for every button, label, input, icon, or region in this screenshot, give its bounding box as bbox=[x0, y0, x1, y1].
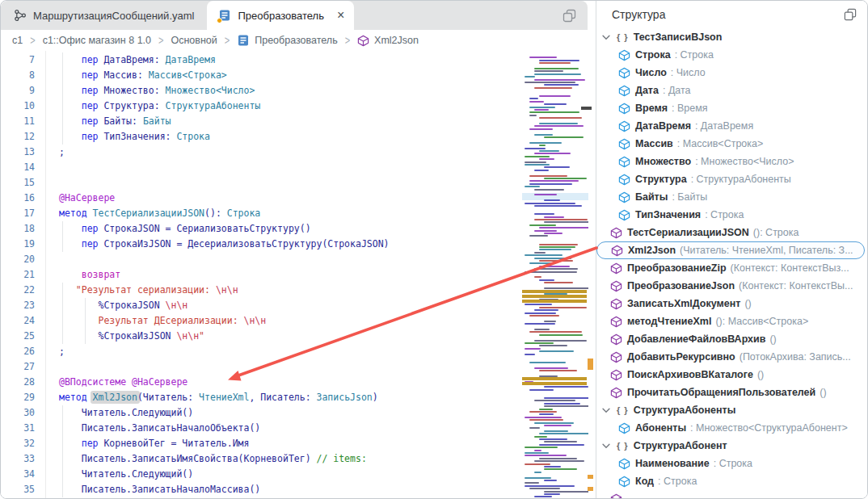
line-number[interactable]: 33 bbox=[1, 451, 35, 467]
code-line[interactable]: 35 Писатель.ЗаписатьНачалоМассива() bbox=[1, 482, 596, 497]
line-number[interactable]: 23 bbox=[1, 298, 35, 313]
line-number[interactable]: 32 bbox=[1, 436, 35, 451]
line-number[interactable]: 21 bbox=[1, 267, 35, 283]
dock-panel-button[interactable] bbox=[844, 8, 857, 21]
code-editor[interactable]: 7 пер ДатаВремя: ДатаВремя8 пер Массив: … bbox=[1, 51, 596, 499]
code-line[interactable]: 29метод Xml2Json(Читатель: ЧтениеXml, Пи… bbox=[1, 390, 596, 405]
code-line[interactable]: 10 пер Структура: СтруктураАбоненты bbox=[1, 99, 596, 114]
code-line[interactable]: 12 пер ТипЗначения: Строка bbox=[1, 129, 596, 145]
overview-ruler-mark[interactable] bbox=[581, 107, 592, 110]
line-number[interactable]: 17 bbox=[1, 206, 35, 221]
tree-item-ТестЗаписиВJson[interactable]: { }ТестЗаписиВJson bbox=[596, 28, 868, 46]
code-line[interactable]: 8 пер Массив: Массив<Строка> bbox=[1, 68, 596, 83]
tree-item-ПоискАрхивовВКаталоге[interactable]: ПоискАрхивовВКаталоге() bbox=[596, 366, 868, 384]
tree-item-ТипЗначения[interactable]: ТипЗначения: Строка bbox=[596, 206, 868, 224]
tree-item-Дата[interactable]: Дата: Дата bbox=[596, 82, 868, 99]
line-number[interactable]: 16 bbox=[1, 191, 35, 206]
code-line[interactable]: 9 пер Множество: Множество<Число> bbox=[1, 83, 596, 99]
tree-item-Число[interactable]: Число: Число bbox=[596, 64, 868, 82]
tree-item-Абоненты[interactable]: Абоненты: Множество<СтруктураАбонент> bbox=[596, 419, 868, 437]
breadcrumb-item[interactable]: Xml2Json bbox=[357, 35, 419, 47]
line-number[interactable]: 31 bbox=[1, 421, 35, 436]
line-number[interactable]: 19 bbox=[1, 237, 35, 252]
tree-item-ПреобразованиеJson[interactable]: ПреобразованиеJson(Контекст: КонтекстВы.… bbox=[596, 277, 868, 295]
overview-ruler-mark[interactable] bbox=[588, 475, 593, 479]
tab-2[interactable]: Преобразователь× bbox=[207, 1, 354, 30]
line-number[interactable]: 14 bbox=[1, 160, 35, 175]
code-line[interactable]: 18 пер СтрокаJSON = СериализоватьСтрукту… bbox=[1, 221, 596, 237]
tree-item-ТестСериализацииJSON[interactable]: ТестСериализацииJSON(): Строка bbox=[596, 224, 868, 241]
tree-item-ДатаВремя[interactable]: ДатаВремя: ДатаВремя bbox=[596, 117, 868, 135]
tree-item-Время[interactable]: Время: Время bbox=[596, 99, 868, 117]
code-line[interactable]: 16@НаСервере bbox=[1, 191, 596, 206]
line-number[interactable]: 27 bbox=[1, 359, 35, 375]
tree-item-СтруктураАбонент[interactable]: { }СтруктураАбонент bbox=[596, 437, 868, 455]
code-line[interactable]: 26; bbox=[1, 344, 596, 359]
code-line[interactable]: 27 bbox=[1, 359, 596, 375]
overview-ruler-mark[interactable] bbox=[588, 359, 593, 370]
tree-item-Массив[interactable]: Массив: Массив<Строка> bbox=[596, 135, 868, 153]
tree-item-ПреобразованиеZip[interactable]: ПреобразованиеZip(Контекст: КонтекстВыз.… bbox=[596, 259, 868, 277]
tab-1[interactable]: МаршрутизацияСообщений.yaml bbox=[1, 1, 207, 30]
breadcrumb-item[interactable]: c1 bbox=[12, 35, 23, 46]
code-line[interactable]: 24 Результат ДЕсериализации: \н\н bbox=[1, 313, 596, 329]
code-line[interactable]: 14 bbox=[1, 160, 596, 175]
line-number[interactable]: 8 bbox=[1, 68, 35, 83]
tree-item-ДобавитьРекурсивно[interactable]: ДобавитьРекурсивно(ПотокАрхива: Запись..… bbox=[596, 348, 868, 366]
line-number[interactable]: 35 bbox=[1, 482, 35, 497]
code-line[interactable]: 34 Читатель.Следующий() bbox=[1, 467, 596, 482]
tree-item-Xml2Json[interactable]: Xml2Json(Читатель: ЧтениеXml, Писатель: … bbox=[596, 241, 865, 259]
line-number[interactable]: 25 bbox=[1, 329, 35, 344]
code-line[interactable]: 28@ВПодсистеме @НаСервере bbox=[1, 375, 596, 390]
tree-item-ЗаписатьXmlДокумент[interactable]: ЗаписатьXmlДокумент() bbox=[596, 295, 868, 312]
line-number[interactable]: 18 bbox=[1, 221, 35, 237]
code-line[interactable]: 21 возврат bbox=[1, 267, 596, 283]
code-line[interactable]: 25 %СтрокаИзJSON \н\н" bbox=[1, 329, 596, 344]
breadcrumb-item[interactable]: c1::Офис магазин 8 1.0 bbox=[43, 35, 151, 46]
minimap[interactable] bbox=[522, 51, 588, 499]
code-line[interactable]: 19 пер СтрокаИзJSON = ДесериализоватьСтр… bbox=[1, 237, 596, 252]
tree-item-СтруктураАбоненты[interactable]: { }СтруктураАбоненты bbox=[596, 401, 868, 419]
breadcrumb-item[interactable]: Основной bbox=[171, 35, 217, 46]
tree-item-Структура[interactable]: Структура: СтруктураАбоненты bbox=[596, 170, 868, 188]
line-number[interactable]: 29 bbox=[1, 390, 35, 405]
line-number[interactable]: 28 bbox=[1, 375, 35, 390]
tree-item-Множество[interactable]: Множество: Множество<Число> bbox=[596, 153, 868, 170]
line-number[interactable]: 34 bbox=[1, 467, 35, 482]
tree-item-ПрочитатьОбращенияПользователей[interactable]: ПрочитатьОбращенияПользователей() bbox=[596, 384, 868, 401]
tree-item-Код[interactable]: Код: Строка bbox=[596, 472, 868, 490]
breadcrumb-item[interactable]: Преобразователь bbox=[237, 34, 337, 47]
code-line[interactable]: 13; bbox=[1, 145, 596, 160]
tree-item-Строка[interactable]: Строка: Строка bbox=[596, 46, 868, 64]
code-line[interactable]: 20 bbox=[1, 252, 596, 267]
split-editor-button[interactable] bbox=[551, 1, 588, 30]
line-number[interactable]: 7 bbox=[1, 52, 35, 68]
line-number[interactable]: 12 bbox=[1, 129, 35, 145]
close-icon[interactable]: × bbox=[337, 9, 344, 22]
tree-item-Байты[interactable]: Байты: Байты bbox=[596, 188, 868, 206]
tree-item-ДобавлениеФайловВАрхив[interactable]: ДобавлениеФайловВАрхив() bbox=[596, 330, 868, 348]
line-number[interactable]: 10 bbox=[1, 99, 35, 114]
line-number[interactable]: 20 bbox=[1, 252, 35, 267]
line-number[interactable]: 11 bbox=[1, 114, 35, 129]
code-line[interactable]: 33 Писатель.ЗаписатьИмяСвойства(Корневой… bbox=[1, 451, 596, 467]
code-line[interactable]: 11 пер Байты: Байты bbox=[1, 114, 596, 129]
code-line[interactable]: 32 пер КорневойТег = Читатель.Имя bbox=[1, 436, 596, 451]
line-number[interactable]: 15 bbox=[1, 175, 35, 191]
line-number[interactable]: 22 bbox=[1, 283, 35, 298]
overview-ruler-mark[interactable] bbox=[588, 487, 593, 491]
code-line[interactable]: 7 пер ДатаВремя: ДатаВремя bbox=[1, 52, 596, 68]
line-number[interactable]: 9 bbox=[1, 83, 35, 99]
line-number[interactable]: 26 bbox=[1, 344, 35, 359]
code-line[interactable]: 23 %СтрокаJSON \н\н bbox=[1, 298, 596, 313]
tree-item-методЧтениеXml[interactable]: методЧтениеXml(): Массив<Строка> bbox=[596, 312, 868, 330]
line-number[interactable]: 30 bbox=[1, 405, 35, 421]
code-line[interactable]: 31 Писатель.ЗаписатьНачалоОбъекта() bbox=[1, 421, 596, 436]
line-number[interactable]: 13 bbox=[1, 145, 35, 160]
tree-item-partial[interactable] bbox=[596, 490, 868, 499]
code-line[interactable]: 15 bbox=[1, 175, 596, 191]
code-line[interactable]: 17метод ТестСериализацииJSON(): Строка bbox=[1, 206, 596, 221]
line-number[interactable]: 24 bbox=[1, 313, 35, 329]
code-line[interactable]: 22 "Результат сериализации: \н\н bbox=[1, 283, 596, 298]
code-line[interactable]: 30 Читатель.Следующий() bbox=[1, 405, 596, 421]
